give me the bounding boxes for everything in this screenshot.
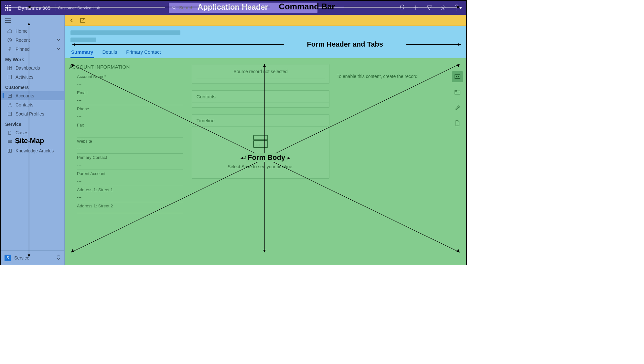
form-field[interactable]: Email--- <box>69 90 185 105</box>
dashboard-icon <box>7 65 12 71</box>
form-tabs: Summary Details Primary Contact <box>70 48 460 58</box>
timeline-subtext: Select Save to see your timeline. <box>228 164 294 169</box>
sitemap-label: Social Profiles <box>16 111 44 116</box>
field-value[interactable]: --- <box>77 127 183 138</box>
svg-rect-35 <box>10 68 12 70</box>
sitemap-item-pinned[interactable]: Pinned <box>1 45 64 54</box>
svg-text:Form Header and Tabs: Form Header and Tabs <box>307 40 383 48</box>
timeline-panel: Timeline Almost there Select Save to see… <box>192 114 330 179</box>
form-field[interactable]: Website--- <box>69 139 185 154</box>
svg-line-10 <box>175 8 176 10</box>
svg-line-22 <box>441 9 442 10</box>
form-field[interactable]: Primary Contact--- <box>69 155 185 170</box>
sitemap-item-queues[interactable]: Queues <box>1 137 64 146</box>
field-value[interactable]: --- <box>77 111 183 121</box>
document-icon[interactable] <box>452 118 463 129</box>
chevron-down-icon <box>57 47 60 52</box>
sitemap-label: Accounts <box>16 93 34 98</box>
pin-icon <box>7 47 12 52</box>
field-label: Website <box>77 139 183 144</box>
form-column-1: ACCOUNT INFORMATION Account Name*---Emai… <box>69 64 185 265</box>
tab-primary-contact[interactable]: Primary Contact <box>125 48 162 58</box>
svg-marker-58 <box>72 43 75 46</box>
wrench-icon[interactable] <box>452 102 463 113</box>
svg-rect-42 <box>10 95 11 95</box>
field-value[interactable]: --- <box>77 95 183 105</box>
svg-rect-34 <box>10 66 12 67</box>
svg-point-15 <box>443 7 444 9</box>
back-button[interactable] <box>68 17 76 24</box>
popout-icon[interactable] <box>79 17 87 24</box>
sitemap-item-home[interactable]: Home <box>1 27 64 36</box>
help-icon[interactable] <box>455 5 459 11</box>
sitemap-item-activities[interactable]: Activities <box>1 72 64 82</box>
content-area: Command Bar Summary Details Primary Cont… <box>65 15 466 265</box>
app-launcher-icon[interactable] <box>1 1 15 15</box>
related-panel-tools <box>451 71 464 129</box>
contact-icon <box>7 102 12 107</box>
field-label: Account Name* <box>77 74 183 79</box>
sitemap-label: Home <box>16 28 27 34</box>
svg-rect-67 <box>455 75 460 79</box>
global-search[interactable] <box>169 3 317 13</box>
assistant-icon[interactable] <box>452 71 463 82</box>
tab-summary[interactable]: Summary <box>70 48 94 58</box>
sitemap-item-dashboards[interactable]: Dashboards <box>1 63 64 72</box>
form-field[interactable]: Address 1: Street 2 <box>69 204 185 213</box>
svg-line-23 <box>445 6 445 6</box>
field-value[interactable]: --- <box>77 192 183 202</box>
field-value[interactable]: --- <box>77 160 183 170</box>
form-field[interactable]: Account Name*--- <box>69 74 185 89</box>
search-input[interactable] <box>179 5 211 10</box>
svg-rect-3 <box>5 7 6 8</box>
sitemap-label: Recent <box>16 38 30 43</box>
lightbulb-icon[interactable] <box>400 5 405 11</box>
queue-icon <box>7 139 12 144</box>
account-icon <box>7 93 12 98</box>
svg-point-43 <box>9 103 10 105</box>
knowledge-icon <box>7 148 12 153</box>
area-badge: S <box>5 255 11 261</box>
gear-icon[interactable] <box>440 5 446 11</box>
field-label: Email <box>77 90 183 95</box>
sitemap-item-social[interactable]: Social Profiles <box>1 109 64 118</box>
tab-icon[interactable] <box>452 87 463 98</box>
field-value[interactable]: --- <box>77 79 183 89</box>
sitemap-item-recent[interactable]: Recent <box>1 36 64 45</box>
svg-point-68 <box>456 76 457 77</box>
svg-line-20 <box>441 6 442 6</box>
sitemap: Home Recent Pinned My Work Dashboards Ac… <box>1 15 65 265</box>
form-field[interactable]: Phone--- <box>69 106 185 121</box>
svg-marker-14 <box>427 6 432 10</box>
home-icon <box>7 28 12 34</box>
form-field[interactable]: Address 1: Street 1--- <box>69 187 185 202</box>
section-title-account-info: ACCOUNT INFORMATION <box>69 64 185 70</box>
sitemap-label: Activities <box>16 74 33 80</box>
field-value[interactable] <box>77 208 183 213</box>
sitemap-area-switcher[interactable]: S Service <box>1 250 64 265</box>
filter-icon[interactable] <box>427 5 432 11</box>
sitemap-item-accounts[interactable]: Accounts <box>1 91 64 100</box>
svg-rect-47 <box>8 142 12 143</box>
form-header: Summary Details Primary Contact Form Hea… <box>65 26 466 58</box>
hamburger-icon[interactable] <box>1 15 64 27</box>
svg-rect-4 <box>7 7 8 8</box>
area-label: Service <box>14 255 29 260</box>
sitemap-item-knowledge[interactable]: Knowledge Articles <box>1 146 64 155</box>
sitemap-group-mywork: My Work <box>1 54 64 63</box>
chevron-down-icon <box>57 38 60 43</box>
form-field[interactable]: Fax--- <box>69 123 185 138</box>
svg-rect-62 <box>253 135 268 140</box>
field-value[interactable]: --- <box>77 176 183 186</box>
field-value[interactable]: --- <box>77 144 183 154</box>
sitemap-item-cases[interactable]: Cases <box>1 128 64 137</box>
search-icon <box>172 6 177 10</box>
sitemap-label: Cases <box>16 130 28 135</box>
tab-details[interactable]: Details <box>102 48 118 58</box>
svg-rect-1 <box>7 5 8 6</box>
form-field[interactable]: Parent Account--- <box>69 171 185 186</box>
sitemap-item-contacts[interactable]: Contacts <box>1 100 64 109</box>
timeline-heading: Almost there <box>244 154 277 161</box>
plus-icon[interactable] <box>413 5 418 11</box>
svg-rect-36 <box>8 68 9 70</box>
